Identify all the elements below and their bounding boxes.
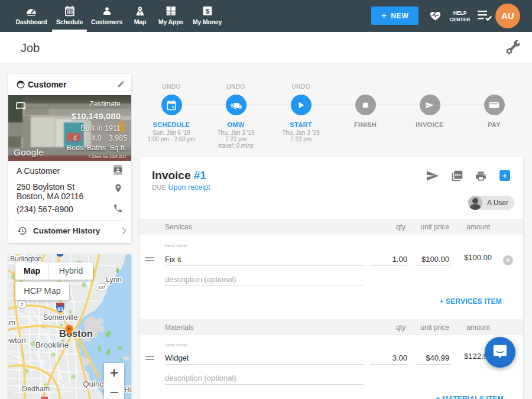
svg-text:Lynn: Lynn	[106, 275, 122, 284]
svg-text:$: $	[205, 7, 209, 15]
svg-text:Dedham: Dedham	[22, 385, 50, 393]
svg-text:Burlington: Burlington	[10, 255, 42, 263]
svg-text:107: 107	[98, 285, 106, 290]
svg-text:PDF: PDF	[455, 173, 462, 177]
svg-text:ham: ham	[8, 318, 15, 327]
svg-text:Brookline: Brookline	[35, 340, 69, 349]
svg-text:Hi: Hi	[124, 385, 131, 394]
svg-text:93: 93	[57, 306, 63, 312]
svg-text:Boston: Boston	[59, 328, 93, 339]
svg-text:Somerville: Somerville	[43, 313, 77, 322]
svg-text:Newton: Newton	[8, 336, 26, 345]
svg-text:2: 2	[21, 302, 24, 307]
